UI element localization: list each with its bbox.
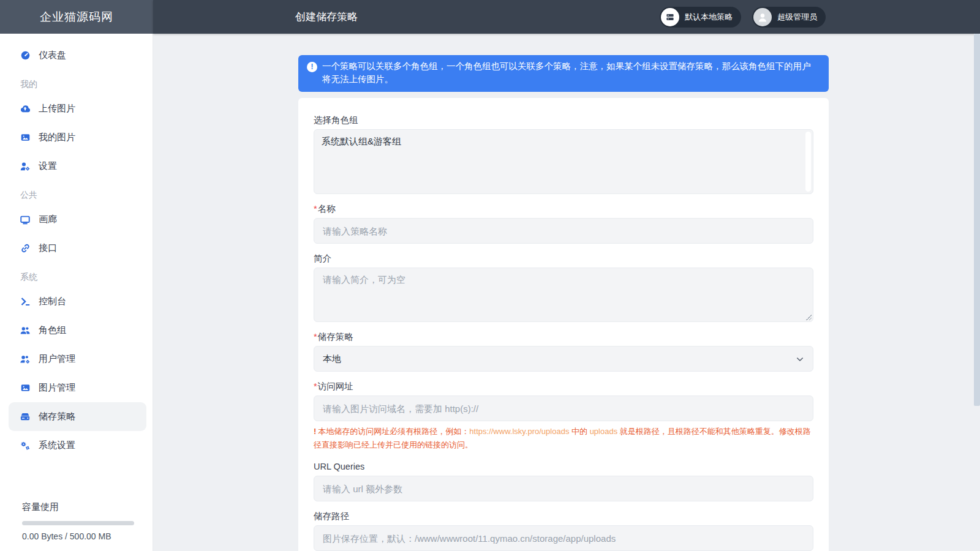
warning-mark: ! (314, 427, 316, 436)
sidebar-section-mine: 我的 (0, 70, 153, 94)
access-url-field: *访问网址 !本地储存的访问网址必须有根路径，例如：https://www.ls… (314, 381, 813, 452)
link-icon (20, 243, 31, 254)
url-queries-label: URL Queries (314, 462, 813, 471)
gears-icon (20, 440, 31, 451)
user-name-label: 超级管理员 (777, 12, 817, 23)
policy-type-label: 储存策略 (318, 332, 353, 342)
resize-handle-icon[interactable] (805, 314, 812, 320)
gauge-icon (20, 50, 31, 61)
sidebar-item-api[interactable]: 接口 (0, 234, 153, 263)
info-alert-text: 一个策略可以关联多个角色组，一个角色组也可以关联多个策略，注意，如果某个组未设置… (322, 60, 819, 86)
required-mark: * (314, 204, 317, 214)
sidebar: 仪表盘 我的 上传图片 我的图片 设置 公共 画廊 接口 系统 控制台 (0, 34, 153, 551)
topbar: 企业猫源码网 创建储存策略 默认本地策略 超级管理员 (0, 0, 980, 34)
listbox-scrollbar[interactable] (805, 132, 811, 192)
sidebar-item-settings[interactable]: 设置 (0, 152, 153, 181)
info-alert: ! 一个策略可以关联多个角色组，一个角色组也可以关联多个策略，注意，如果某个组未… (298, 55, 829, 92)
users-icon (20, 325, 31, 336)
cloud-upload-icon (20, 103, 31, 114)
storage-path-label: 储存路径 (314, 511, 813, 521)
page-title: 创建储存策略 (295, 10, 358, 24)
monitor-icon (20, 214, 31, 225)
terminal-icon (20, 296, 31, 307)
intro-label: 简介 (314, 253, 813, 263)
storage-path-input[interactable] (314, 525, 813, 551)
role-group-option[interactable]: 系统默认组&游客组 (317, 132, 801, 151)
navbar: 创建储存策略 默认本地策略 超级管理员 (153, 0, 980, 34)
capacity-usage-progressbar (22, 521, 134, 525)
sidebar-item-image-management[interactable]: 图片管理 (0, 373, 153, 402)
url-queries-input[interactable] (314, 476, 813, 501)
main-content: ! 一个策略可以关联多个角色组，一个角色组也可以关联多个策略，注意，如果某个组未… (153, 34, 974, 551)
sidebar-item-storage-policy[interactable]: 储存策略 (9, 402, 146, 431)
default-policy-button[interactable]: 默认本地策略 (660, 7, 741, 28)
user-menu-button[interactable]: 超级管理员 (752, 7, 826, 28)
users-gear-icon (20, 354, 31, 365)
sidebar-item-user-management[interactable]: 用户管理 (0, 345, 153, 373)
required-mark: * (314, 381, 317, 391)
sidebar-item-my-images[interactable]: 我的图片 (0, 123, 153, 152)
chevron-down-icon (795, 354, 805, 364)
hard-drive-icon (20, 411, 31, 422)
capacity-usage-title: 容量使用 (22, 501, 134, 513)
default-policy-label: 默认本地策略 (685, 12, 733, 23)
avatar (753, 8, 772, 26)
capacity-usage-text: 0.00 Bytes / 500.00 MB (22, 531, 134, 541)
create-policy-form: 选择角色组 系统默认组&游客组 *名称 简介 *储存策略 (298, 98, 829, 551)
exclamation-circle-icon: ! (307, 62, 317, 72)
sidebar-item-console[interactable]: 控制台 (0, 287, 153, 316)
policy-type-select[interactable]: 本地 (314, 346, 813, 372)
sidebar-item-role-groups[interactable]: 角色组 (0, 316, 153, 345)
policy-type-value: 本地 (323, 353, 341, 365)
intro-textarea[interactable] (314, 268, 813, 322)
warning-example-url: https://www.lsky.pro/uploads (469, 427, 569, 436)
access-url-label: 访问网址 (318, 381, 353, 391)
access-url-warning: !本地储存的访问网址必须有根路径，例如：https://www.lsky.pro… (314, 425, 813, 452)
sidebar-section-system: 系统 (0, 263, 153, 287)
sidebar-item-system-settings[interactable]: 系统设置 (0, 431, 153, 460)
sidebar-item-dashboard[interactable]: 仪表盘 (0, 41, 153, 70)
page-scrollbar[interactable] (974, 34, 980, 551)
role-group-label: 选择角色组 (314, 115, 813, 125)
server-stack-icon (661, 8, 679, 26)
scrollbar-thumb[interactable] (974, 34, 980, 406)
url-queries-field: URL Queries (314, 462, 813, 501)
name-field: *名称 (314, 204, 813, 244)
photo-icon (20, 132, 31, 143)
role-group-field: 选择角色组 系统默认组&游客组 (314, 115, 813, 194)
warning-example-path: uploads (590, 427, 618, 436)
user-gear-icon (20, 161, 31, 172)
sidebar-item-gallery[interactable]: 画廊 (0, 205, 153, 234)
required-mark: * (314, 332, 317, 342)
app-logo: 企业猫源码网 (0, 0, 153, 34)
policy-type-field: *储存策略 本地 (314, 332, 813, 372)
storage-path-field: 储存路径 (314, 511, 813, 551)
sidebar-item-upload-image[interactable]: 上传图片 (0, 94, 153, 123)
role-group-listbox[interactable]: 系统默认组&游客组 (314, 129, 813, 194)
photos-icon (20, 383, 31, 394)
name-input[interactable] (314, 218, 813, 244)
name-label: 名称 (318, 204, 336, 214)
capacity-usage: 容量使用 0.00 Bytes / 500.00 MB (22, 501, 134, 541)
intro-field: 简介 (314, 253, 813, 322)
access-url-input[interactable] (314, 395, 813, 421)
sidebar-section-public: 公共 (0, 181, 153, 205)
